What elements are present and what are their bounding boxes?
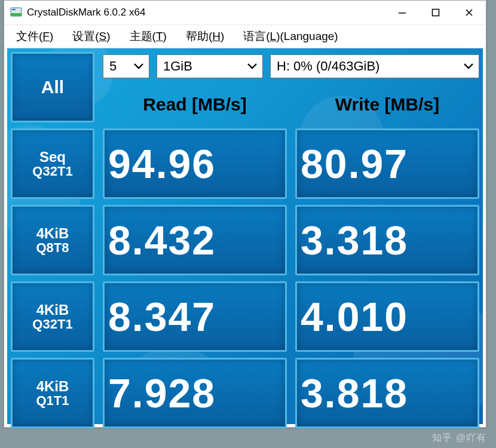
result-write-0: 80.97 [295,128,479,199]
app-window: CrystalDiskMark 6.0.2 x64 文件(F) 设置(S) 主题… [4,0,486,428]
run-all-label: All [41,78,64,97]
minimize-button[interactable] [385,1,419,24]
result-read-2: 8.347 [103,281,287,352]
menu-help[interactable]: 帮助(H) [176,26,234,47]
test-label-line2: Q1T1 [36,394,69,407]
menubar: 文件(F) 设置(S) 主题(T) 帮助(H) 语言(L)(Language) [4,25,486,48]
chevron-down-icon [463,63,474,70]
drive-select[interactable]: H: 0% (0/463GiB) [270,54,479,78]
menu-theme[interactable]: 主题(T) [120,26,176,47]
test-label-line1: 4KiB [36,302,69,317]
titlebar: CrystalDiskMark 6.0.2 x64 [4,1,486,25]
test-label-line1: 4KiB [36,226,69,241]
close-button[interactable] [452,1,486,24]
result-read-1: 8.432 [103,205,287,275]
menu-file[interactable]: 文件(F) [7,26,63,47]
run-4k-q1t1-button[interactable]: 4KiB Q1T1 [11,358,94,428]
run-seq-q32t1-button[interactable]: Seq Q32T1 [11,128,94,199]
menu-language[interactable]: 语言(L)(Language) [234,26,347,47]
chevron-down-icon [247,63,258,70]
controls-row: 5 1GiB H: 0% (0/463GiB) [103,52,479,81]
result-read-0: 94.96 [103,128,287,199]
client-area: All 5 1GiB H: 0% (0/463GiB) [7,48,483,424]
window-title: CrystalDiskMark 6.0.2 x64 [27,7,385,19]
result-grid: All 5 1GiB H: 0% (0/463GiB) [11,52,479,421]
header-write: Write [MB/s] [295,87,479,122]
test-label-line2: Q32T1 [32,164,72,178]
result-write-1: 3.318 [295,205,479,275]
watermark: 知乎 @吖有 [432,432,486,444]
result-write-3: 3.818 [295,358,479,428]
result-read-3: 7.928 [103,358,287,428]
chevron-down-icon [133,63,144,70]
test-label-line1: Seq [39,149,66,164]
result-write-2: 4.010 [295,281,479,352]
run-4k-q8t8-button[interactable]: 4KiB Q8T8 [11,205,94,275]
svg-rect-1 [11,13,22,16]
run-4k-q32t1-button[interactable]: 4KiB Q32T1 [11,281,94,352]
test-label-line2: Q32T1 [32,317,72,331]
test-count-select[interactable]: 5 [103,54,149,78]
drive-value: H: 0% (0/463GiB) [277,59,379,74]
maximize-button[interactable] [419,1,452,24]
header-read: Read [MB/s] [103,87,287,122]
menu-settings[interactable]: 设置(S) [63,26,120,47]
test-label-line2: Q8T8 [36,241,69,254]
test-count-value: 5 [109,59,117,74]
test-size-select[interactable]: 1GiB [157,54,263,78]
app-icon [10,7,22,19]
test-size-value: 1GiB [163,59,192,74]
test-label-line1: 4KiB [36,379,69,394]
svg-rect-4 [433,10,439,16]
svg-rect-3 [399,13,406,14]
run-all-button[interactable]: All [11,52,94,122]
svg-rect-2 [12,9,16,10]
